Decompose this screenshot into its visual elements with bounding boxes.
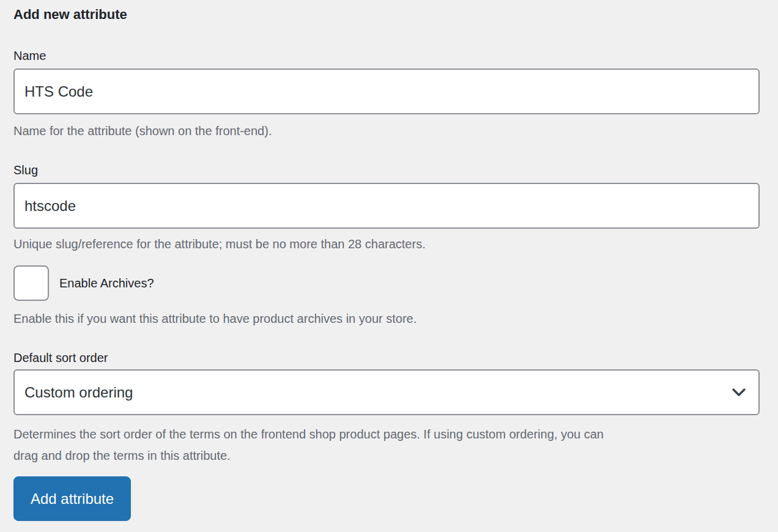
sort-order-select[interactable]: Custom ordering (13, 369, 760, 415)
form-title: Add new attribute (13, 6, 760, 23)
enable-archives-row: Enable Archives? (13, 265, 760, 301)
field-name: Name Name for the attribute (shown on th… (13, 48, 760, 139)
enable-archives-checkbox[interactable] (13, 265, 49, 301)
enable-archives-description: Enable this if you want this attribute t… (13, 311, 760, 327)
sort-order-description-line1: Determines the sort order of the terms o… (13, 424, 760, 445)
slug-description: Unique slug/reference for the attribute;… (13, 236, 760, 252)
enable-archives-label[interactable]: Enable Archives? (59, 276, 154, 290)
field-slug: Slug Unique slug/reference for the attri… (13, 162, 760, 252)
name-input[interactable] (13, 68, 760, 114)
add-attribute-button[interactable]: Add attribute (13, 476, 131, 521)
sort-order-description-line2: drag and drop the terms in this attribut… (13, 445, 760, 467)
name-label: Name (13, 48, 760, 64)
slug-label: Slug (13, 162, 760, 178)
add-new-attribute-form: Add new attribute Name Name for the attr… (0, 0, 778, 521)
submit-row: Add attribute (13, 476, 760, 521)
slug-input[interactable] (13, 183, 760, 229)
sort-order-select-wrap: Custom ordering (13, 369, 760, 415)
name-description: Name for the attribute (shown on the fro… (13, 123, 760, 139)
field-enable-archives: Enable Archives? Enable this if you want… (13, 265, 760, 327)
field-default-sort-order: Default sort order Custom ordering Deter… (13, 350, 760, 467)
sort-order-label: Default sort order (13, 350, 760, 366)
sort-order-description: Determines the sort order of the terms o… (13, 424, 760, 467)
